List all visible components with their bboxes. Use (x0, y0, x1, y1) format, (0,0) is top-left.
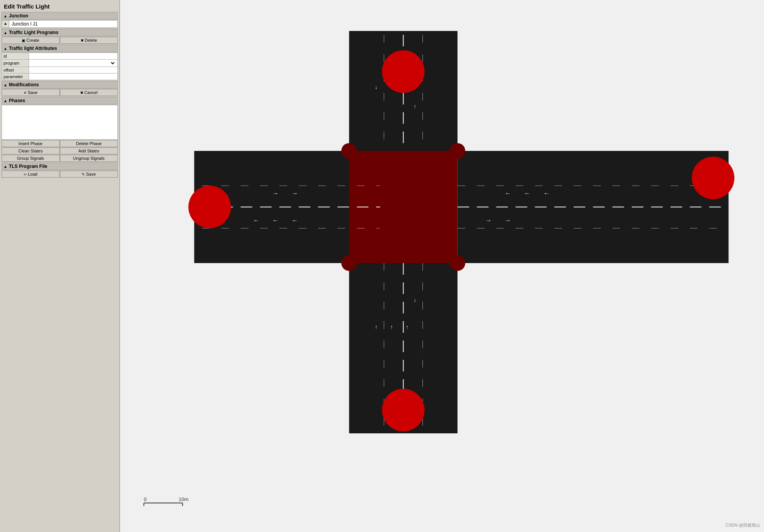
tls-save-icon: ✎ (82, 172, 85, 176)
insert-phase-button[interactable]: Insert Phase (2, 140, 60, 147)
phase-buttons: Insert Phase Delete Phase Clean States A… (2, 140, 118, 162)
tls-file-arrow: ▲ (3, 164, 7, 169)
svg-point-6 (342, 143, 357, 159)
tl-attributes-arrow: ▲ (3, 46, 7, 51)
save-icon: ✔ (24, 91, 27, 95)
delete-button[interactable]: ✖ Delete (60, 37, 118, 44)
svg-text:0: 0 (144, 496, 147, 502)
svg-text:↓: ↓ (375, 84, 378, 90)
create-icon: ▣ (22, 38, 25, 43)
insert-phase-label: Insert Phase (19, 141, 43, 146)
svg-point-42 (692, 157, 735, 199)
delete-phase-label: Delete Phase (76, 141, 101, 146)
attr-row-parameter: parameter (2, 74, 118, 80)
svg-text:←: ← (253, 217, 259, 224)
ungroup-signals-button[interactable]: Ungroup Signals (60, 155, 118, 162)
modifications-label: Modifications (9, 82, 39, 87)
junction-value[interactable]: Junction I J1 (9, 21, 117, 27)
attr-value-parameter[interactable] (29, 74, 118, 80)
tls-save-button[interactable]: ✎ Save (60, 171, 118, 178)
tls-file-buttons: ⇦ Load ✎ Save (2, 171, 118, 178)
tls-file-section-header[interactable]: ▲ TLS Program File (2, 163, 118, 170)
svg-text:→: → (273, 190, 279, 197)
tl-programs-buttons: ▣ Create ✖ Delete (2, 37, 118, 44)
cancel-label: Cancel (84, 90, 98, 95)
attr-row-offset: offset (2, 67, 118, 74)
tl-programs-section-header[interactable]: ▲ Traffic Light Programs (2, 29, 118, 36)
left-panel: Edit Traffic Light ▲ Junction ▲ Junction… (0, 0, 120, 532)
tl-programs-label: Traffic Light Programs (9, 30, 58, 35)
load-label: Load (28, 172, 37, 176)
modifications-section-header[interactable]: ▲ Modifications (2, 81, 118, 89)
svg-text:←: ← (292, 217, 298, 224)
attr-row-program: program (2, 60, 118, 67)
svg-text:←: ← (544, 190, 550, 197)
junction-label: Junction (9, 13, 28, 19)
attributes-table: id program offset parameter (2, 53, 118, 80)
svg-text:10m: 10m (179, 496, 189, 502)
load-button[interactable]: ⇦ Load (2, 171, 60, 178)
svg-text:←: ← (273, 217, 279, 224)
delete-icon: ✖ (81, 38, 84, 43)
tl-attributes-label: Traffic light Attributes (9, 46, 57, 51)
svg-text:→: → (505, 217, 511, 224)
attr-label-program: program (2, 60, 29, 67)
junction-row: ▲ Junction I J1 (2, 20, 118, 28)
tls-save-label: Save (86, 172, 96, 176)
svg-text:←: ← (505, 190, 511, 197)
main-canvas[interactable]: → → ← ← ← ← ← ← → → ↓ ↓ ↓ ↑ ↑ ↑ ↑ ↓ (120, 0, 764, 532)
attr-value-id[interactable] (29, 53, 118, 60)
cancel-icon: ✖ (80, 91, 83, 95)
ungroup-signals-label: Ungroup Signals (73, 156, 105, 161)
svg-text:←: ← (524, 190, 531, 197)
parameter-input[interactable] (31, 74, 116, 79)
svg-text:↑: ↑ (406, 324, 409, 330)
load-icon: ⇦ (24, 172, 27, 176)
create-label: Create (26, 38, 39, 43)
modifications-arrow: ▲ (3, 83, 7, 87)
junction-arrow: ▲ (3, 14, 7, 18)
svg-text:↑: ↑ (390, 324, 393, 330)
attr-value-offset[interactable] (29, 67, 118, 74)
create-button[interactable]: ▣ Create (2, 37, 60, 44)
program-select[interactable] (31, 60, 116, 66)
add-states-button[interactable]: Add States (60, 147, 118, 154)
offset-input[interactable] (31, 68, 116, 72)
delete-phase-button[interactable]: Delete Phase (60, 140, 118, 147)
tl-attributes-section-header[interactable]: ▲ Traffic light Attributes (2, 44, 118, 52)
group-signals-button[interactable]: Group Signals (2, 155, 60, 162)
svg-text:→: → (292, 190, 298, 197)
phases-area (2, 105, 118, 140)
watermark: CSDN @田披南山 (726, 522, 760, 528)
attr-label-offset: offset (2, 67, 29, 74)
phases-section-header[interactable]: ▲ Phases (2, 97, 118, 104)
id-input[interactable] (31, 54, 116, 58)
clean-states-button[interactable]: Clean States (2, 147, 60, 154)
attr-row-id: id (2, 53, 118, 60)
phases-arrow: ▲ (3, 99, 7, 103)
svg-text:↑: ↑ (414, 103, 416, 109)
modifications-buttons: ✔ Save ✖ Cancel (2, 89, 118, 96)
phases-label: Phases (9, 98, 25, 103)
tl-programs-arrow: ▲ (3, 31, 7, 35)
clean-states-label: Clean States (18, 149, 43, 153)
svg-point-8 (342, 255, 357, 271)
junction-row-arrow: ▲ (2, 21, 9, 27)
cancel-button[interactable]: ✖ Cancel (60, 89, 118, 96)
svg-text:↑: ↑ (375, 324, 378, 330)
save-label: Save (28, 90, 38, 95)
svg-text:↓: ↓ (414, 297, 416, 303)
junction-section-header[interactable]: ▲ Junction (2, 12, 118, 20)
save-button[interactable]: ✔ Save (2, 89, 60, 96)
attr-label-parameter: parameter (2, 74, 29, 80)
attr-label-id: id (2, 53, 29, 60)
svg-text:→: → (486, 217, 492, 224)
panel-title: Edit Traffic Light (2, 2, 118, 11)
svg-point-40 (382, 50, 425, 93)
svg-point-9 (450, 255, 465, 271)
tls-file-label: TLS Program File (9, 164, 47, 169)
intersection-svg: → → ← ← ← ← ← ← → → ↓ ↓ ↓ ↑ ↑ ↑ ↑ ↓ (120, 0, 764, 532)
attr-value-program[interactable] (29, 60, 118, 67)
add-states-label: Add States (78, 149, 99, 153)
group-signals-label: Group Signals (17, 156, 44, 161)
